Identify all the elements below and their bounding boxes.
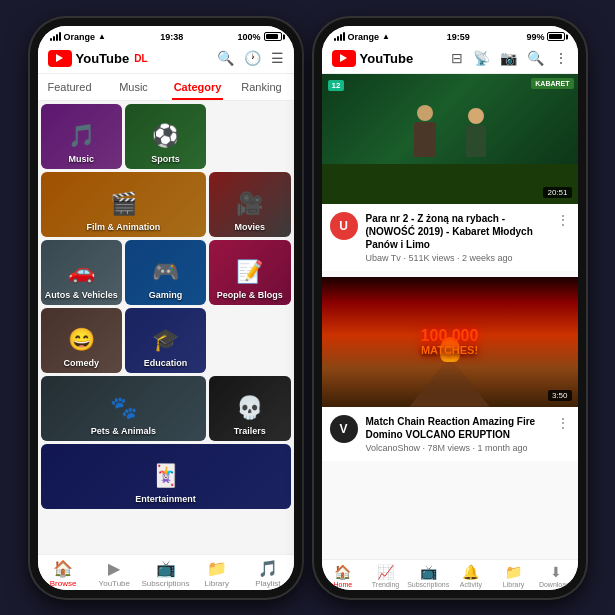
cat-film-label: Film & Animation	[82, 218, 164, 237]
youtube-nav-icon: ▶	[108, 559, 120, 578]
nav-youtube[interactable]: ▶ YouTube	[89, 559, 140, 588]
cat-entertainment[interactable]: 🃏 Entertainment	[41, 444, 291, 509]
menu-icon-1[interactable]: ☰	[271, 50, 284, 66]
nav-library-2[interactable]: 📁 Library	[492, 564, 535, 588]
cat-blogs-label: People & Blogs	[213, 286, 287, 305]
activity-label: Activity	[460, 581, 482, 588]
tab-category[interactable]: Category	[166, 74, 230, 100]
cat-comedy-label: Comedy	[59, 354, 103, 373]
tab-music[interactable]: Music	[102, 74, 166, 100]
battery-fill-2	[549, 34, 561, 39]
status-bar-2: Orange ▲ 19:59 99%	[322, 26, 578, 44]
video-1-duration: 20:51	[543, 187, 571, 198]
library-icon-2: 📁	[505, 564, 522, 580]
more-icon[interactable]: ⋮	[554, 50, 568, 66]
phone-1-screen: Orange ▲ 19:38 100% YouTube DL	[38, 26, 294, 590]
cast-list-icon[interactable]: ⊟	[451, 50, 463, 66]
video-list: KABARET 12 20:51 U Para nr 2 - Z żoną na…	[322, 74, 578, 559]
video-info-1: U Para nr 2 - Z żoną na rybach - (NOWOŚĆ…	[322, 204, 578, 271]
video-1-badge: 12	[328, 80, 345, 91]
carrier-1: Orange	[64, 32, 96, 42]
cat-music-label: Music	[64, 150, 98, 169]
nav-library-1[interactable]: 📁 Library	[191, 559, 242, 588]
playlist-icon: 🎵	[258, 559, 278, 578]
library-icon-1: 📁	[207, 559, 227, 578]
subscriptions-label-1: Subscriptions	[141, 579, 189, 588]
status-left-2: Orange ▲	[334, 32, 390, 42]
yt-header-right: ⊟ 📡 📷 🔍 ⋮	[451, 50, 568, 66]
nav-downloads[interactable]: ⬇ Downloads	[535, 564, 578, 588]
time-2: 19:59	[447, 32, 470, 42]
activity-icon: 🔔	[462, 564, 479, 580]
nav-home[interactable]: 🏠 Home	[322, 564, 365, 588]
cat-film[interactable]: 🎬 Film & Animation	[41, 172, 207, 237]
bottom-nav-2: 🏠 Home 📈 Trending 📺 Subscriptions 🔔 Acti…	[322, 559, 578, 590]
video-meta-1: Para nr 2 - Z żoną na rybach - (NOWOŚĆ 2…	[366, 212, 548, 263]
phone-2-screen: Orange ▲ 19:59 99% YouTube ⊟	[322, 26, 578, 590]
video-thumbnail-1[interactable]: KABARET 12 20:51	[322, 74, 578, 204]
search-icon-1[interactable]: 🔍	[217, 50, 234, 66]
downloads-icon: ⬇	[550, 564, 562, 580]
yt-dl-badge: DL	[134, 53, 147, 64]
video-more-1[interactable]: ⋮	[556, 212, 570, 228]
video-title-1: Para nr 2 - Z żoną na rybach - (NOWOŚĆ 2…	[366, 212, 548, 251]
cast-icon[interactable]: 📡	[473, 50, 490, 66]
cat-blogs[interactable]: 📝 People & Blogs	[209, 240, 290, 305]
video-item-2: 100 000 MATCHES! 3:50 V Match Chain Reac…	[322, 277, 578, 461]
battery-text-1: 100%	[237, 32, 260, 42]
youtube-nav-label: YouTube	[99, 579, 130, 588]
cat-gaming-label: Gaming	[145, 286, 187, 305]
channel-avatar-2: V	[330, 415, 358, 443]
channel-2: VolcanoShow	[366, 443, 421, 453]
video-item-1: KABARET 12 20:51 U Para nr 2 - Z żoną na…	[322, 74, 578, 271]
cat-music[interactable]: 🎵 Music	[41, 104, 122, 169]
home-label: Home	[333, 581, 352, 588]
nav-playlist[interactable]: 🎵 Playlist	[242, 559, 293, 588]
cat-sports[interactable]: ⚽ Sports	[125, 104, 206, 169]
status-right-1: 100%	[237, 32, 281, 42]
cat-edu-label: Education	[140, 354, 192, 373]
nav-tabs-1: Featured Music Category Ranking	[38, 74, 294, 101]
nav-subscriptions-2[interactable]: 📺 Subscriptions	[407, 564, 450, 588]
phone-1: Orange ▲ 19:38 100% YouTube DL	[30, 18, 302, 598]
app-header-yt: YouTube ⊟ 📡 📷 🔍 ⋮	[322, 44, 578, 74]
nav-browse[interactable]: 🏠 Browse	[38, 559, 89, 588]
cat-autos[interactable]: 🚗 Autos & Vehicles	[41, 240, 122, 305]
library-label-1: Library	[204, 579, 228, 588]
cat-sports-label: Sports	[147, 150, 184, 169]
category-scroll: 🎵 Music ⚽ Sports 🎬 Film & Animation	[38, 101, 294, 554]
yt-play-btn-2	[332, 50, 356, 67]
time-1: 19:38	[160, 32, 183, 42]
nav-subscriptions-1[interactable]: 📺 Subscriptions	[140, 559, 191, 588]
tab-featured[interactable]: Featured	[38, 74, 102, 100]
video-more-2[interactable]: ⋮	[556, 415, 570, 431]
nav-trending[interactable]: 📈 Trending	[364, 564, 407, 588]
stats-2: 78M views · 1 month ago	[428, 443, 528, 453]
stats-1: 511K views · 2 weeks ago	[408, 253, 512, 263]
app-header-dl: YouTube DL 🔍 🕐 ☰	[38, 44, 294, 74]
phones-container: Orange ▲ 19:38 100% YouTube DL	[30, 18, 586, 598]
signal-bars-2	[334, 32, 345, 41]
cat-pets[interactable]: 🐾 Pets & Animals	[41, 376, 207, 441]
cat-movies[interactable]: 🎥 Movies	[209, 172, 290, 237]
camera-icon[interactable]: 📷	[500, 50, 517, 66]
cat-comedy[interactable]: 😄 Comedy	[41, 308, 122, 373]
nav-activity[interactable]: 🔔 Activity	[450, 564, 493, 588]
cat-trailers[interactable]: 💀 Trailers	[209, 376, 290, 441]
yt-header-left: YouTube	[332, 50, 414, 67]
cat-pets-label: Pets & Animals	[87, 422, 160, 441]
cat-gaming[interactable]: 🎮 Gaming	[125, 240, 206, 305]
cat-education[interactable]: 🎓 Education	[125, 308, 206, 373]
video-thumbnail-2[interactable]: 100 000 MATCHES! 3:50	[322, 277, 578, 407]
search-icon-2[interactable]: 🔍	[527, 50, 544, 66]
cat-trailers-label: Trailers	[230, 422, 270, 441]
history-icon-1[interactable]: 🕐	[244, 50, 261, 66]
match-text: 100 000 MATCHES!	[421, 327, 479, 357]
subscriptions-icon-2: 📺	[420, 564, 437, 580]
tab-ranking[interactable]: Ranking	[230, 74, 294, 100]
category-grid: 🎵 Music ⚽ Sports 🎬 Film & Animation	[38, 101, 294, 512]
thumb2-image: 100 000 MATCHES!	[322, 277, 578, 407]
status-left-1: Orange ▲	[50, 32, 106, 42]
signal-bars-1	[50, 32, 61, 41]
yt-logo-text-1: YouTube	[76, 51, 130, 66]
